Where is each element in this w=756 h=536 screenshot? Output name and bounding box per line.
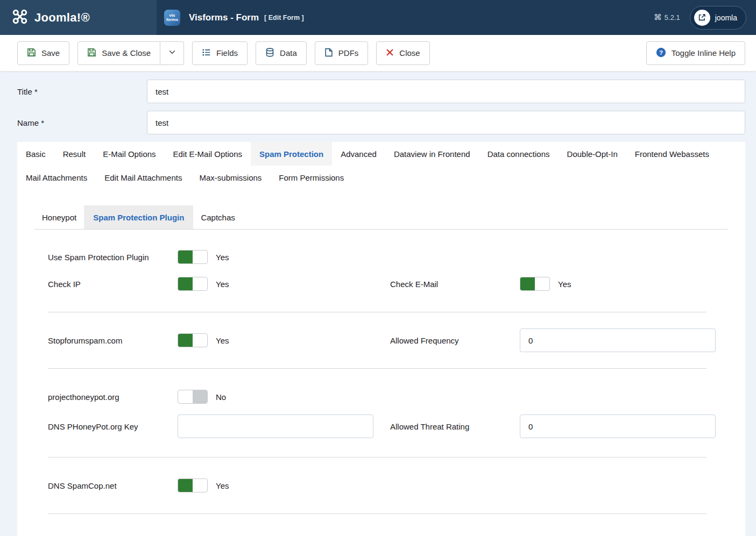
name-input[interactable] — [147, 111, 745, 134]
file-icon — [324, 48, 333, 59]
check-email-state: Yes — [558, 280, 571, 289]
page-title: Visforms - Form — [189, 12, 259, 23]
tab-dataview-in-frontend[interactable]: Dataview in Frontend — [385, 142, 479, 166]
user-button-label: joomla — [715, 13, 737, 22]
toolbar: Save Save & Close Fields — [0, 35, 756, 72]
projecthoneypot-toggle[interactable] — [178, 390, 208, 404]
allowed-threat-input[interactable] — [520, 414, 716, 438]
help-question-icon: ? — [656, 47, 666, 59]
projecthoneypot-row: projecthoneypot.org No — [48, 383, 716, 410]
visforms-icon: vis forms — [164, 10, 180, 26]
chevron-down-icon — [168, 48, 176, 58]
projecthoneypot-state: No — [216, 392, 226, 402]
stopforumspam-row: Stopforumspam.com Yes Allowed Frequency — [48, 327, 716, 354]
joomla-logo[interactable]: Joomla!® — [0, 0, 157, 35]
spam-protection-subtabs: HoneypotSpam Protection PluginCaptchas — [34, 205, 728, 230]
spam-protection-plugin-panel: Use Spam Protection Plugin Yes Check IP … — [17, 230, 745, 514]
form-meta: Title * Name * — [0, 72, 756, 134]
dns-spamcop-label: DNS SpamCop.net — [48, 481, 178, 490]
data-button-label: Data — [280, 48, 297, 58]
version-number: 5.2.1 — [665, 13, 680, 22]
save-icon — [27, 48, 36, 59]
tab-basic[interactable]: Basic — [17, 142, 54, 166]
tabs-row-2: Mail AttachmentsEdit Mail AttachmentsMax… — [17, 166, 745, 189]
pdfs-button[interactable]: PDFs — [315, 41, 369, 65]
name-row: Name * — [17, 111, 745, 134]
divider — [48, 457, 706, 458]
tab-advanced[interactable]: Advanced — [332, 142, 385, 166]
tab-form-permissions[interactable]: Form Permissions — [270, 166, 352, 189]
title-input[interactable] — [147, 80, 745, 103]
check-ip-label: Check IP — [48, 280, 178, 289]
tab-result[interactable]: Result — [54, 142, 95, 166]
check-ip-state: Yes — [216, 280, 229, 289]
joomla-version-icon — [654, 13, 661, 22]
tab-mail-attachments[interactable]: Mail Attachments — [17, 166, 96, 189]
check-ip-toggle[interactable] — [178, 277, 208, 291]
titlebar: vis forms Visforms - Form [ Edit Form ] … — [157, 0, 756, 35]
subtab-spam-protection-plugin[interactable]: Spam Protection Plugin — [84, 205, 193, 229]
data-button[interactable]: Data — [256, 41, 307, 65]
joomla-logo-text: Joomla!® — [34, 11, 90, 25]
title-label: Title * — [17, 87, 147, 96]
fields-button-label: Fields — [216, 48, 238, 58]
page-subtitle: [ Edit Form ] — [264, 14, 304, 22]
tabs-row-1: BasicResultE-Mail OptionsEdit E-Mail Opt… — [17, 142, 745, 166]
tab-e-mail-options[interactable]: E-Mail Options — [94, 142, 164, 166]
allowed-frequency-label: Allowed Frequency — [390, 336, 520, 345]
dns-key-input[interactable] — [178, 414, 373, 438]
toggle-inline-help-label: Toggle Inline Help — [672, 48, 736, 58]
stopforumspam-toggle[interactable] — [178, 333, 208, 347]
close-x-icon — [386, 48, 394, 58]
use-plugin-toggle[interactable] — [178, 250, 208, 264]
joomla-user-button[interactable]: joomla — [690, 6, 746, 30]
tab-edit-e-mail-options[interactable]: Edit E-Mail Options — [165, 142, 251, 166]
divider — [48, 368, 706, 369]
save-close-group: Save & Close — [77, 41, 184, 65]
tab-max-submissions[interactable]: Max-submissions — [190, 166, 270, 189]
save-close-button[interactable]: Save & Close — [77, 41, 160, 65]
dns-key-label: DNS PHoneyPot.org Key — [48, 422, 178, 431]
stopforumspam-state: Yes — [216, 336, 229, 345]
fields-button[interactable]: Fields — [192, 41, 248, 65]
tab-data-connections[interactable]: Data connections — [479, 142, 559, 166]
version-label: 5.2.1 — [654, 13, 680, 22]
check-email-toggle[interactable] — [520, 277, 550, 291]
name-label: Name * — [17, 118, 147, 127]
use-plugin-state: Yes — [216, 253, 229, 262]
dns-spamcop-state: Yes — [216, 481, 229, 490]
allowed-threat-label: Allowed Threat Rating — [390, 422, 520, 431]
title-row: Title * — [17, 80, 745, 103]
stopforumspam-label: Stopforumspam.com — [48, 336, 178, 345]
subtab-honeypot[interactable]: Honeypot — [34, 205, 84, 229]
close-button-label: Close — [399, 48, 420, 58]
tab-frontend-webassets[interactable]: Frontend Webassets — [626, 142, 718, 166]
tab-spam-protection[interactable]: Spam Protection — [251, 142, 332, 166]
fields-list-icon — [202, 48, 211, 59]
toggle-inline-help-button[interactable]: ? Toggle Inline Help — [646, 41, 745, 65]
divider — [48, 513, 706, 514]
tab-double-opt-in[interactable]: Double-Opt-In — [559, 142, 626, 166]
joomla-logo-icon — [12, 9, 28, 27]
dns-spamcop-toggle[interactable] — [178, 478, 208, 492]
external-link-icon — [694, 10, 710, 26]
save-dropdown-button[interactable] — [160, 41, 184, 65]
save-button[interactable]: Save — [17, 41, 69, 65]
use-plugin-label: Use Spam Protection Plugin — [48, 253, 178, 262]
pdfs-button-label: PDFs — [338, 48, 359, 58]
allowed-frequency-input[interactable] — [520, 328, 716, 352]
close-button[interactable]: Close — [376, 41, 429, 65]
dns-spamcop-row: DNS SpamCop.net Yes — [48, 472, 716, 499]
save-close-icon — [87, 48, 96, 59]
database-icon — [265, 48, 274, 59]
subtab-captchas[interactable]: Captchas — [193, 205, 242, 229]
divider — [48, 312, 706, 312]
check-email-label: Check E-Mail — [390, 280, 520, 289]
dns-key-row: DNS PHoneyPot.org Key Allowed Threat Rat… — [48, 410, 716, 442]
svg-text:?: ? — [659, 48, 663, 55]
tab-edit-mail-attachments[interactable]: Edit Mail Attachments — [96, 166, 190, 189]
check-ip-row: Check IP Yes Check E-Mail Yes — [48, 270, 716, 297]
projecthoneypot-label: projecthoneypot.org — [48, 392, 178, 402]
save-button-label: Save — [41, 48, 60, 58]
use-plugin-row: Use Spam Protection Plugin Yes — [48, 244, 716, 270]
